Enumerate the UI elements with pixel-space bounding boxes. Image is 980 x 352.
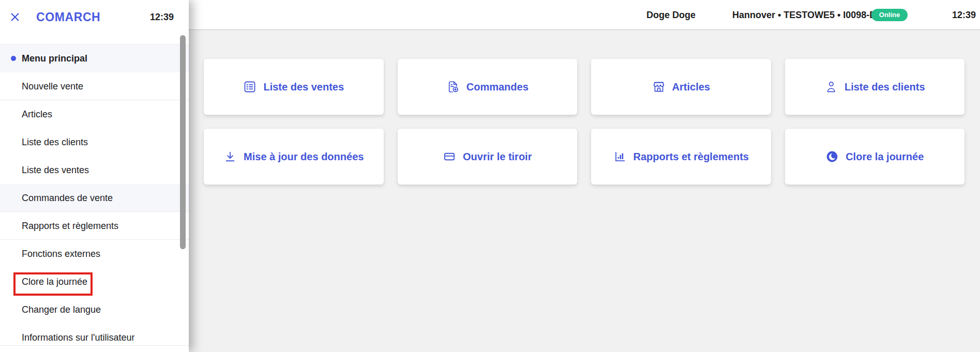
- menu-divider: [0, 345, 189, 346]
- tile-liste-des-clients[interactable]: Liste des clients: [785, 59, 965, 115]
- sidebar-item-nouvelle-vente[interactable]: Nouvelle vente: [0, 72, 189, 100]
- tile-label: Mise à jour des données: [244, 151, 364, 163]
- menu-item-label: Fonctions externes: [22, 249, 100, 259]
- drawer-icon: [443, 150, 456, 163]
- tile-clore-la-journee[interactable]: Clore la journée: [785, 129, 965, 185]
- tile-label: Rapports et règlements: [634, 151, 749, 163]
- tile-articles[interactable]: Articles: [591, 59, 771, 115]
- sidebar-drawer: COMARCH 12:39 Menu principal Nouvelle ve…: [0, 0, 189, 352]
- sidebar-clock: 12:39: [150, 12, 174, 23]
- tile-ouvrir-le-tiroir[interactable]: Ouvrir le tiroir: [398, 129, 578, 185]
- sidebar-item-informations-utilisateur[interactable]: Informations sur l'utilisateur: [0, 324, 189, 351]
- store-icon: [652, 80, 666, 94]
- close-drawer-button[interactable]: [8, 10, 22, 24]
- menu-item-label: Clore la journée: [22, 277, 87, 287]
- sidebar-menu: Menu principal Nouvelle vente Articles L…: [0, 44, 189, 351]
- sidebar-item-liste-des-ventes[interactable]: Liste des ventes: [0, 156, 189, 184]
- sidebar-item-articles[interactable]: Articles: [0, 100, 189, 128]
- menu-item-label: Changer de langue: [22, 304, 101, 315]
- clock-icon: [825, 150, 839, 163]
- sidebar-item-rapports-et-reglements[interactable]: Rapports et règlements: [0, 212, 189, 240]
- sidebar-item-commandes-de-vente[interactable]: Commandes de vente: [0, 184, 189, 212]
- topbar: Doge Doge Hannover • TESTOWE5 • I0098-DO…: [189, 0, 980, 30]
- bar-chart-icon: [613, 150, 627, 163]
- tile-label: Ouvrir le tiroir: [463, 151, 532, 163]
- user-name: Doge Doge: [646, 9, 696, 20]
- tile-label: Liste des ventes: [263, 81, 344, 93]
- comarch-logo: COMARCH: [36, 10, 100, 24]
- sidebar-item-clore-la-journee[interactable]: Clore la journée: [0, 268, 189, 296]
- topbar-clock: 12:39: [952, 9, 976, 20]
- sidebar-item-fonctions-externes[interactable]: Fonctions externes: [0, 240, 189, 268]
- menu-item-label: Rapports et règlements: [22, 221, 118, 231]
- menu-item-label: Nouvelle vente: [22, 81, 83, 91]
- tile-label: Commandes: [466, 81, 529, 93]
- status-badge: Online: [871, 9, 908, 21]
- tile-label: Articles: [672, 81, 710, 93]
- menu-item-label: Liste des clients: [22, 137, 88, 147]
- tile-liste-des-ventes[interactable]: Liste des ventes: [204, 59, 384, 115]
- tile-label: Liste des clients: [845, 81, 925, 93]
- tile-commandes[interactable]: Commandes: [398, 59, 578, 115]
- menu-item-label: Informations sur l'utilisateur: [22, 332, 135, 343]
- person-icon: [824, 80, 838, 94]
- sidebar-header: COMARCH 12:39: [0, 0, 189, 34]
- list-icon: [243, 80, 257, 94]
- sidebar-item-liste-des-clients[interactable]: Liste des clients: [0, 128, 189, 156]
- active-dot-icon: [11, 56, 16, 61]
- download-icon: [223, 150, 237, 163]
- sidebar-item-menu-principal[interactable]: Menu principal: [0, 44, 189, 72]
- close-icon: [9, 11, 21, 23]
- document-add-icon: [446, 80, 460, 94]
- menu-item-label: Liste des ventes: [22, 165, 89, 175]
- tile-rapports-et-reglements[interactable]: Rapports et règlements: [591, 129, 771, 185]
- sidebar-item-changer-de-langue[interactable]: Changer de langue: [0, 296, 189, 324]
- menu-item-label: Menu principal: [22, 53, 87, 64]
- sidebar-scrollbar[interactable]: [180, 35, 186, 249]
- menu-item-label: Commandes de vente: [22, 193, 113, 203]
- tile-grid: Liste des ventes Commandes Articles: [204, 59, 964, 185]
- menu-item-label: Articles: [22, 109, 52, 119]
- tile-mise-a-jour-des-donnees[interactable]: Mise à jour des données: [204, 129, 384, 185]
- main-area: Doge Doge Hannover • TESTOWE5 • I0098-DO…: [189, 0, 980, 352]
- tile-label: Clore la journée: [846, 151, 924, 163]
